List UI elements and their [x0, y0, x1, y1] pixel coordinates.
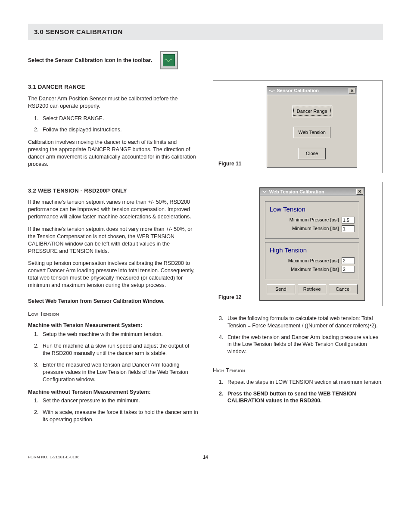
sec-3-1-title: 3.1 DANCER RANGE: [28, 83, 198, 91]
min-tension-label: Minimum Tension [lbs]: [292, 225, 339, 232]
list-item: With a scale, measure the force it takes…: [40, 409, 198, 423]
figure-caption: Figure 12: [218, 294, 241, 301]
close-button[interactable]: ✕: [349, 88, 355, 94]
figure-12: Figure 12 Web Tension Calibration ✕ Low …: [213, 182, 383, 306]
dialog-titlebar: Web Tension Calibration ✕: [260, 188, 364, 196]
high-tension-group: High Tension Maximum Pressure [psi] Maxi…: [265, 242, 359, 279]
min-tension-input[interactable]: [342, 225, 355, 232]
intro-text: Select the Sensor Calibration icon in th…: [28, 57, 152, 64]
close-button[interactable]: ✕: [356, 189, 363, 195]
with-tms-heading: Machine with Tension Measurement System:: [28, 322, 198, 329]
sec-3-2-p2: If the machine's tension setpoint does n…: [28, 226, 198, 255]
sec-3-2-p1: If the machine's tension setpoint varies…: [28, 199, 198, 221]
close-dialog-button[interactable]: Close: [298, 148, 326, 159]
section-title: 3.0 SENSOR CALIBRATION: [34, 28, 377, 36]
page-number: 14: [203, 454, 208, 460]
without-tms-steps: Set the dancer pressure to the minimum. …: [28, 397, 198, 423]
list-item: Repeat the steps in LOW TENSION section …: [225, 379, 383, 386]
sec-3-2-title: 3.2 WEB TENSION - RSD200P ONLY: [28, 187, 198, 195]
web-tension-button[interactable]: Web Tension: [293, 127, 330, 138]
wave-icon: [269, 88, 275, 93]
sec-3-2-p3: Setting up tension compensation involves…: [28, 260, 198, 289]
with-tms-steps: Setup the web machine with the minimum t…: [28, 331, 198, 383]
sensor-calibration-dialog: Sensor Calibration ✕ Dancer Range Web Te…: [267, 86, 357, 167]
max-pressure-input[interactable]: [342, 257, 355, 264]
list-item: Enter the measured web tension and Dance…: [40, 361, 198, 383]
list-item: Setup the web machine with the minimum t…: [40, 331, 198, 338]
list-item: Set the dancer pressure to the minimum.: [40, 397, 198, 404]
retrieve-button[interactable]: Retrieve: [298, 284, 326, 294]
min-pressure-input[interactable]: [342, 217, 355, 224]
sec-3-1-p1: The Dancer Arm Position Sensor must be c…: [28, 95, 198, 110]
list-item: Follow the displayed instructions.: [40, 126, 198, 134]
high-tension-steps: Repeat the steps in LOW TENSION section …: [213, 379, 383, 405]
group-title: Low Tension: [270, 205, 355, 214]
section-header: 3.0 SENSOR CALIBRATION: [28, 24, 383, 40]
select-web-tension-line: Select Web Tension from Sensor Calibrati…: [28, 298, 198, 305]
list-item: Use the following formula to calculate t…: [225, 315, 383, 330]
figure-11: Figure 11 Sensor Calibration ✕ Dancer Ra…: [213, 81, 383, 173]
without-tms-heading: Machine without Tension Measurement Syst…: [28, 389, 198, 396]
max-pressure-label: Maximum Pressure [psi]: [288, 258, 339, 264]
list-item: Press the SEND button to send the WEB TE…: [225, 390, 383, 405]
dialog-title: Web Tension Calibration: [269, 189, 324, 195]
list-item: Select DANCER RANGE.: [40, 115, 198, 122]
sec-3-1-steps: Select DANCER RANGE. Follow the displaye…: [28, 115, 198, 134]
max-tension-input[interactable]: [342, 266, 355, 273]
intro-line: Select the Sensor Calibration icon in th…: [28, 51, 383, 69]
dialog-title: Sensor Calibration: [277, 87, 319, 94]
wave-icon: [262, 189, 268, 194]
without-tms-steps-cont: Use the following formula to calculate t…: [213, 315, 383, 355]
figure-caption: Figure 11: [218, 160, 241, 167]
min-pressure-label: Minimum Pressure [psi]: [290, 217, 339, 223]
web-tension-calibration-dialog: Web Tension Calibration ✕ Low Tension Mi…: [259, 187, 365, 301]
low-tension-group: Low Tension Minimum Pressure [psi] Minim…: [265, 201, 359, 238]
group-title: High Tension: [270, 246, 355, 255]
list-item: Run the machine at a slow run speed and …: [40, 342, 198, 357]
max-tension-label: Maximum Tension [lbs]: [291, 266, 339, 273]
low-tension-heading: Low Tension: [28, 310, 198, 318]
page-footer: FORM NO. L-21161-E-0108 14: [28, 454, 383, 460]
list-item: Enter the web tension and Dancer Arm loa…: [225, 334, 383, 356]
high-tension-heading: High Tension: [213, 367, 383, 374]
sec-3-1-p2: Calibration involves moving the dancer t…: [28, 139, 198, 168]
send-button[interactable]: Send: [267, 284, 295, 294]
dancer-range-button[interactable]: Dancer Range: [292, 106, 332, 117]
dialog-titlebar: Sensor Calibration ✕: [267, 87, 357, 95]
form-number: FORM NO. L-21161-E-0108: [28, 454, 203, 460]
sensor-calibration-toolbar-icon: [160, 51, 178, 69]
wave-icon: [163, 54, 175, 66]
cancel-button[interactable]: Cancel: [329, 284, 357, 294]
